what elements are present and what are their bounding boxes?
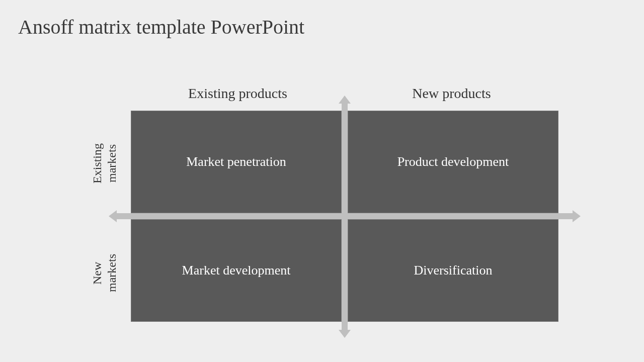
- ansoff-matrix: Market penetration Product development M…: [131, 111, 558, 322]
- arrow-left-icon: [109, 210, 117, 222]
- arrow-up-icon: [339, 96, 351, 104]
- slide-title: Ansoff matrix template PowerPoint: [18, 15, 304, 39]
- cell-market-development: Market development: [131, 219, 342, 322]
- arrow-down-icon: [339, 330, 351, 338]
- cell-diversification: Diversification: [348, 219, 558, 322]
- col-header-existing-products: Existing products: [131, 85, 345, 102]
- vertical-axis: [342, 102, 348, 331]
- row-header-new-markets: Newmarkets: [90, 225, 120, 321]
- cell-market-penetration: Market penetration: [131, 111, 342, 213]
- arrow-right-icon: [573, 210, 581, 222]
- cell-product-development: Product development: [348, 111, 558, 213]
- row-header-existing-markets: Existingmarkets: [90, 116, 120, 211]
- col-header-new-products: New products: [345, 85, 558, 102]
